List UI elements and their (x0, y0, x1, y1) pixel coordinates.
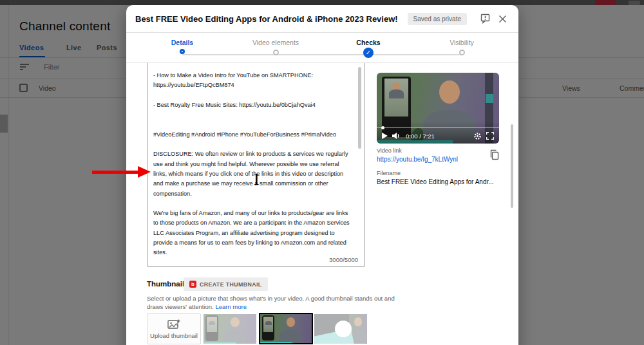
video-info-card: Video link https://youtu.be/Ig_7kLtWynl … (377, 147, 499, 185)
filename-value: Best FREE Video Editing Apps for Andr... (377, 178, 499, 185)
dialog-header: Best FREE Video Editing Apps for Android… (126, 5, 518, 32)
dialog-title: Best FREE Video Editing Apps for Android… (135, 14, 408, 24)
preview-phone-person-body (389, 89, 404, 98)
thumbnail-option-1[interactable] (204, 314, 256, 344)
thumbnail-option-3[interactable] (314, 314, 367, 344)
player-time: 0:00 / 7:21 (406, 133, 435, 140)
step-label: Checks (330, 39, 407, 46)
progress-circle-overlay (335, 321, 352, 337)
fullscreen-icon[interactable] (486, 132, 494, 140)
video-details-dialog: Best FREE Video Editing Apps for Android… (126, 5, 518, 345)
step-checks[interactable]: Checks ✓ (330, 33, 407, 58)
thumbnail-help-body: Select or upload a picture that shows wh… (147, 295, 395, 310)
dialog-stepper: Details Video elements Checks ✓ Visibili… (126, 33, 518, 62)
description-text: - How to Make a Video Intro for YouTube … (147, 63, 365, 266)
step-circle (273, 50, 279, 55)
feedback-icon (480, 14, 491, 24)
thumbnail-section-title: Thumbnail (147, 280, 184, 288)
stepper-line (182, 54, 462, 55)
thumbnail-option-2-selected[interactable] (259, 313, 313, 344)
preview-phone-person (392, 82, 400, 90)
step-circle-active (180, 49, 185, 54)
screen: Channel content Videos Live Posts Filter… (0, 0, 644, 345)
step-label: Visibility (423, 39, 500, 46)
preview-background-prop (486, 94, 493, 103)
step-details[interactable]: Details (144, 33, 221, 54)
description-scrollbar[interactable] (358, 67, 361, 149)
video-link[interactable]: https://youtu.be/Ig_7kLtWynl (377, 156, 489, 163)
step-circle-checked: ✓ (363, 48, 374, 58)
thumbnail-phone (262, 315, 274, 340)
thumbnail-lower-third (260, 342, 292, 343)
create-thumbnail-button[interactable]: b CREATE THUMBNAIL (184, 277, 268, 291)
volume-icon[interactable] (392, 132, 401, 140)
thumbnail-presenter (287, 317, 296, 327)
upload-thumbnail-label: Upload thumbnail (150, 332, 198, 339)
step-visibility[interactable]: Visibility (423, 33, 500, 55)
step-label: Video elements (237, 39, 314, 46)
copy-icon (489, 149, 499, 160)
text-cursor: I (254, 171, 260, 188)
player-controls: 0:00 / 7:21 (377, 128, 499, 144)
create-thumbnail-label: CREATE THUMBNAIL (200, 281, 262, 288)
step-label: Details (144, 39, 221, 46)
play-icon[interactable] (382, 133, 388, 139)
settings-gear-icon[interactable] (473, 132, 482, 140)
upload-thumbnail-button[interactable]: Upload thumbnail (147, 313, 201, 344)
tubebuddy-icon: b (189, 281, 196, 288)
video-preview-player[interactable]: 0:00 / 7:21 (377, 73, 499, 144)
close-button[interactable] (495, 12, 509, 26)
unselected-dim-overlay (204, 314, 256, 344)
dialog-scrollbar[interactable] (511, 124, 513, 208)
video-link-label: Video link (377, 147, 489, 154)
step-circle (459, 50, 465, 55)
character-counter: 3000/5000 (329, 256, 358, 263)
description-textarea[interactable]: - How to Make a Video Intro for YouTube … (147, 63, 365, 267)
upload-image-icon (167, 319, 180, 330)
step-video-elements[interactable]: Video elements (237, 33, 314, 55)
filename-label: Filename (377, 170, 499, 176)
close-icon (498, 15, 507, 23)
saved-status-badge: Saved as private (408, 13, 468, 25)
copy-link-button[interactable] (489, 147, 499, 163)
thumbnail-help-text: Select or upload a picture that shows wh… (147, 295, 399, 311)
preview-phone-screen (384, 79, 408, 117)
preview-presenter-head (439, 80, 460, 104)
learn-more-link[interactable]: Learn more (215, 303, 247, 310)
feedback-button[interactable] (478, 12, 493, 26)
